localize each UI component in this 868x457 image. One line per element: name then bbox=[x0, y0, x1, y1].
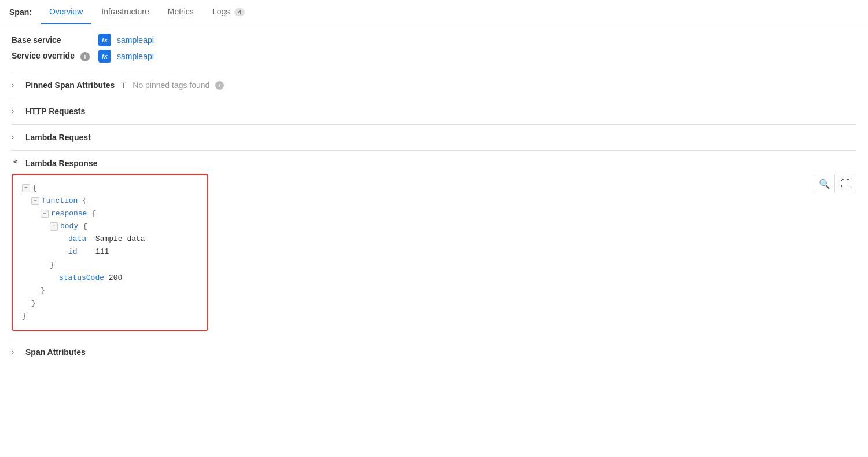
tab-infrastructure[interactable]: Infrastructure bbox=[93, 0, 157, 24]
json-search-button[interactable]: 🔍 bbox=[814, 174, 835, 193]
no-tags-text: No pinned tags found bbox=[133, 81, 209, 90]
json-function-close: } bbox=[22, 297, 198, 310]
base-service-icon: fx bbox=[98, 34, 111, 46]
http-requests-title: HTTP Requests bbox=[25, 107, 85, 116]
json-body-line: − body { bbox=[22, 220, 198, 233]
json-statuscode-line: statusCode 200 bbox=[22, 272, 198, 284]
lambda-response-section: ∨ Lambda Response − { − function { bbox=[12, 150, 856, 339]
tabs-bar: Span: Overview Infrastructure Metrics Lo… bbox=[0, 0, 868, 24]
tab-logs[interactable]: Logs 4 bbox=[204, 0, 253, 24]
json-response-line: − response { bbox=[22, 207, 198, 220]
http-chevron-icon: › bbox=[12, 107, 20, 115]
service-override-label: Service override i bbox=[12, 51, 93, 61]
http-requests-section: › HTTP Requests bbox=[12, 98, 856, 124]
json-actions: 🔍 ⛶ bbox=[814, 174, 856, 193]
service-override-link[interactable]: sampleapi bbox=[117, 52, 154, 61]
pinned-info-icon[interactable]: i bbox=[215, 81, 224, 90]
root-collapse-btn[interactable]: − bbox=[22, 184, 30, 192]
lambda-request-section: › Lambda Request bbox=[12, 124, 856, 150]
logs-badge: 4 bbox=[234, 8, 245, 16]
base-service-label: Base service bbox=[12, 35, 93, 45]
json-function-line: − function { bbox=[22, 195, 198, 207]
service-override-info-icon[interactable]: i bbox=[80, 52, 90, 61]
json-response-close: } bbox=[22, 284, 198, 297]
pinned-chevron-icon: › bbox=[12, 81, 20, 89]
span-attributes-chevron-icon: › bbox=[12, 348, 20, 356]
lambda-request-header[interactable]: › Lambda Request bbox=[12, 133, 856, 142]
service-override-row: Service override i fx sampleapi bbox=[12, 50, 856, 63]
base-service-row: Base service fx sampleapi bbox=[12, 34, 856, 46]
json-body-close: } bbox=[22, 259, 198, 272]
lambda-response-title: Lambda Response bbox=[25, 159, 97, 168]
lambda-request-chevron-icon: › bbox=[12, 133, 20, 141]
function-collapse-btn[interactable]: − bbox=[31, 197, 39, 205]
main-content: Base service fx sampleapi Service overri… bbox=[0, 24, 868, 374]
span-attributes-title: Span Attributes bbox=[25, 348, 86, 357]
lambda-response-chevron-icon: ∨ bbox=[12, 159, 20, 167]
http-requests-header[interactable]: › HTTP Requests bbox=[12, 107, 856, 116]
pinned-span-title: Pinned Span Attributes bbox=[25, 81, 115, 90]
service-info: Base service fx sampleapi Service overri… bbox=[12, 34, 856, 63]
span-attributes-header[interactable]: › Span Attributes bbox=[12, 348, 856, 357]
tab-overview[interactable]: Overview bbox=[41, 0, 91, 24]
json-root-open: − { bbox=[22, 182, 198, 195]
response-collapse-btn[interactable]: − bbox=[41, 210, 49, 218]
json-data-line: data Sample data bbox=[22, 233, 198, 246]
pinned-span-section: › Pinned Span Attributes ⊤ No pinned tag… bbox=[12, 72, 856, 98]
span-attributes-section: › Span Attributes bbox=[12, 339, 856, 365]
json-expand-button[interactable]: ⛶ bbox=[835, 174, 856, 193]
body-collapse-btn[interactable]: − bbox=[50, 222, 58, 231]
service-override-icon: fx bbox=[98, 50, 111, 63]
json-viewer: − { − function { − response { − bbox=[12, 174, 208, 331]
pin-icon: ⊤ bbox=[120, 81, 127, 90]
lambda-response-header[interactable]: ∨ Lambda Response bbox=[12, 159, 856, 168]
base-service-link[interactable]: sampleapi bbox=[117, 35, 154, 45]
tab-metrics[interactable]: Metrics bbox=[160, 0, 202, 24]
json-viewer-wrapper: − { − function { − response { − bbox=[12, 174, 856, 331]
pinned-span-header[interactable]: › Pinned Span Attributes ⊤ No pinned tag… bbox=[12, 81, 856, 90]
json-id-line: id 111 bbox=[22, 246, 198, 258]
json-root-close: } bbox=[22, 310, 198, 323]
span-label: Span: bbox=[9, 1, 32, 24]
lambda-request-title: Lambda Request bbox=[25, 133, 91, 142]
